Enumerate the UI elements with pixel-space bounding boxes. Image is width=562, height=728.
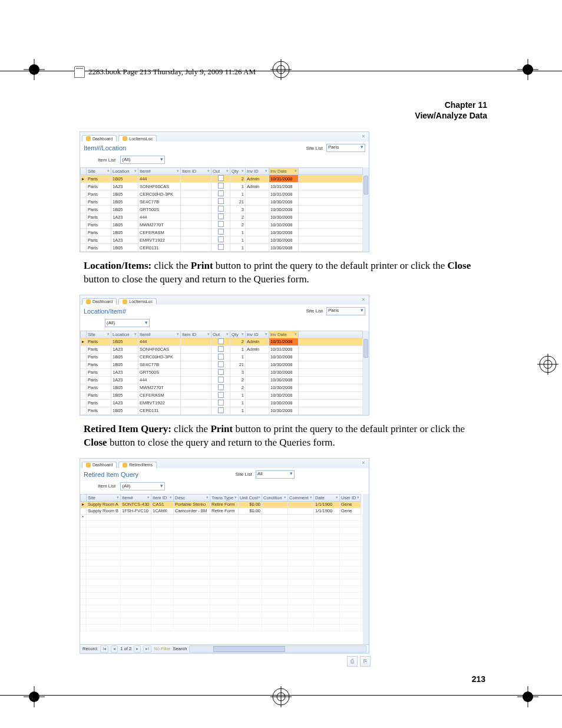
close-icon[interactable]: × <box>361 460 366 466</box>
tab-locitems[interactable]: LocItemsLoc <box>118 135 157 141</box>
table-row[interactable]: Paris1A23SONHF60CAS1Admin10/31/2008 <box>81 183 363 190</box>
book-info-text: 2283.book Page 213 Thursday, July 9, 200… <box>88 67 256 77</box>
column-header[interactable]: Qty▾ <box>230 331 246 338</box>
site-list-dropdown[interactable]: Paris <box>326 144 365 152</box>
nav-next-button[interactable]: ▸ <box>134 645 141 653</box>
table-row[interactable]: Paris1B05CEFERASM110/30/2008 <box>81 391 363 399</box>
nav-last-button[interactable]: ▸I <box>143 645 151 653</box>
screenshot-location-item: Dashboard LocItemsLoc × Location/Item# S… <box>80 295 369 416</box>
door-exit-icon: ⎘ <box>363 658 367 664</box>
column-header[interactable]: Qty▾ <box>230 168 246 175</box>
item-list-dropdown[interactable]: (All) <box>120 156 165 164</box>
tab-dashboard[interactable]: Dashboard <box>82 135 117 141</box>
nav-prev-button[interactable]: ◂ <box>111 645 118 653</box>
column-header[interactable]: Item ID▾ <box>181 331 211 338</box>
table-row[interactable]: ▸Supply Room ASONTCS-430CAS1Portable Ste… <box>81 501 363 508</box>
site-list-dropdown[interactable]: Paris <box>326 307 365 315</box>
table-row[interactable]: Paris1A23444210/30/2008 <box>81 213 363 221</box>
table-row[interactable]: Paris1B05CER0131110/30/2008 <box>81 407 363 414</box>
book-header: 2283.book Page 213 Thursday, July 9, 200… <box>74 66 256 78</box>
tab-dashboard[interactable]: Dashboard <box>82 298 117 305</box>
column-header[interactable]: Out▾ <box>211 168 230 175</box>
data-grid[interactable]: Site▾Item#▾Item ID▾Desc▾Trans Type▾Unit … <box>80 494 363 631</box>
data-grid[interactable]: Site▾Location▾Item#▾Item ID▾Out▾Qty▾Inv … <box>80 331 363 415</box>
column-header[interactable]: Location▾ <box>111 331 138 338</box>
column-header[interactable]: Item#▾ <box>138 168 181 175</box>
table-row[interactable]: Paris1A23GRT500S310/30/2008 <box>81 368 363 376</box>
table-row[interactable]: ▸Paris1B054442Admin10/31/2008 <box>81 338 363 345</box>
search-label[interactable]: Search <box>173 646 187 651</box>
site-list-dropdown[interactable]: All <box>256 470 295 479</box>
crop-mark-icon <box>24 686 45 707</box>
table-row[interactable]: Paris1B05MWM2770T210/30/2008 <box>81 384 363 391</box>
vertical-scrollbar[interactable] <box>363 167 369 252</box>
table-row[interactable]: Paris1B05CERC00HD-3PK110/31/2008 <box>81 190 363 198</box>
table-row[interactable]: Paris1B05CEFERASM110/30/2008 <box>81 229 363 236</box>
body-paragraph: Location/Items: click the Print button t… <box>75 259 487 286</box>
table-row[interactable]: Paris1B05SE4C77B2110/30/2008 <box>81 198 363 206</box>
column-header[interactable]: Trans Type▾ <box>210 494 239 501</box>
column-header[interactable]: Condition▾ <box>262 494 288 501</box>
table-row[interactable]: Supply Room B1FSH-FVC101CAM6Camcorder - … <box>81 508 363 514</box>
table-row[interactable]: Paris1B05SE4C77B2110/30/2008 <box>81 361 363 368</box>
item-list-dropdown[interactable]: (All) <box>105 319 150 327</box>
column-header[interactable]: Item#▾ <box>138 331 181 338</box>
tab-retireditems[interactable]: RetiredItems <box>118 462 157 468</box>
column-header[interactable]: Item ID▾ <box>181 168 211 175</box>
site-list-label: Site List <box>306 308 323 314</box>
column-header[interactable]: Location▾ <box>111 168 138 175</box>
data-grid[interactable]: Site▾Location▾Item#▾Item ID▾Out▾Qty▾Inv … <box>80 167 363 252</box>
tab-dashboard[interactable]: Dashboard <box>82 462 117 468</box>
column-header[interactable]: Date▾ <box>314 494 340 501</box>
table-row[interactable]: ▸Paris1B054442Admin10/31/2008 <box>81 175 363 183</box>
vertical-scrollbar[interactable] <box>363 494 369 644</box>
dashboard-icon <box>86 299 91 304</box>
column-header[interactable]: Site▾ <box>87 331 111 338</box>
column-header[interactable]: Comment▾ <box>288 494 314 501</box>
table-row[interactable]: Paris1B05CER0131110/30/2008 <box>81 244 363 252</box>
column-header[interactable]: Item#▾ <box>121 494 151 501</box>
column-header[interactable]: Site▾ <box>87 494 121 501</box>
crop-mark-icon <box>270 686 292 707</box>
site-list-label: Site List <box>306 146 323 151</box>
column-header[interactable]: Unit Cost▾ <box>239 494 262 501</box>
screenshot-item-location: Dashboard LocItemsLoc × Item#/Location S… <box>80 131 369 252</box>
column-header[interactable]: Desc▾ <box>174 494 210 501</box>
book-icon <box>74 66 85 78</box>
table-row[interactable]: Paris1A23SONHF60CAS1Admin10/31/2008 <box>81 345 363 353</box>
crop-mark-icon <box>517 686 538 707</box>
print-button[interactable]: ⎙ <box>347 656 358 667</box>
nav-first-button[interactable]: I◂ <box>100 645 108 653</box>
tab-locitems[interactable]: LocItemsLoc <box>118 298 157 305</box>
crop-mark-icon <box>517 59 538 80</box>
column-header[interactable]: User ID▾ <box>340 494 361 501</box>
close-icon[interactable]: × <box>361 297 366 302</box>
table-row[interactable]: Paris1B05MWM2770T210/30/2008 <box>81 221 363 229</box>
chapter-title: View/Analyze Data <box>75 111 487 121</box>
close-icon[interactable]: × <box>361 133 366 139</box>
table-row[interactable]: Paris1B05GRT500S310/30/2008 <box>81 206 363 213</box>
item-list-dropdown[interactable]: (All) <box>120 482 165 490</box>
form-icon <box>123 136 127 141</box>
table-row[interactable]: Paris1B05CERC00HD-3PK110/30/2008 <box>81 353 363 361</box>
column-header[interactable]: Inv ID▾ <box>246 331 269 338</box>
chapter-label: Chapter 11 <box>75 100 487 111</box>
column-header[interactable]: Inv Date▾ <box>269 168 299 175</box>
crop-mark-icon <box>537 354 558 375</box>
crop-mark-icon <box>270 59 292 80</box>
dashboard-icon <box>86 463 91 467</box>
table-row[interactable]: Paris1A23EMRVT1922110/30/2008 <box>81 236 363 244</box>
screenshot-retired-items: Dashboard RetiredItems × Retired Item Qu… <box>80 458 369 654</box>
form-title: Location/Item# <box>84 308 126 315</box>
column-header[interactable]: Site▾ <box>87 168 111 175</box>
column-header[interactable]: Out▾ <box>211 331 230 338</box>
column-header[interactable]: Inv Date▾ <box>269 331 299 338</box>
form-icon <box>123 299 127 304</box>
horizontal-scrollbar[interactable] <box>189 645 366 653</box>
table-row[interactable]: Paris1A23444210/30/2008 <box>81 376 363 384</box>
column-header[interactable]: Inv ID▾ <box>246 168 269 175</box>
close-button[interactable]: ⎘ <box>360 656 371 667</box>
vertical-scrollbar[interactable] <box>363 331 369 415</box>
column-header[interactable]: Item ID▾ <box>151 494 174 501</box>
table-row[interactable]: Paris1A23EMRVT1922110/30/2008 <box>81 399 363 407</box>
